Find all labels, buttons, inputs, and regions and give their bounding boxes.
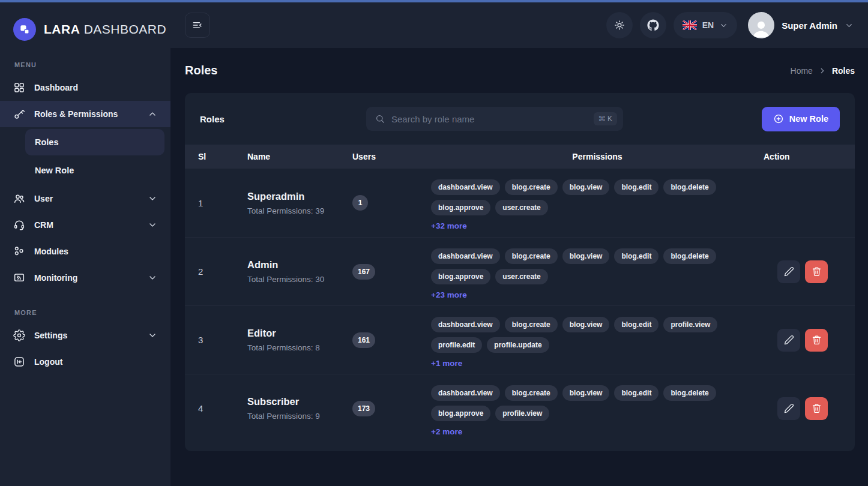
search-input[interactable] xyxy=(391,114,588,124)
more-permissions-link[interactable]: +32 more xyxy=(431,221,467,230)
trash-icon xyxy=(812,335,822,345)
delete-role-button[interactable] xyxy=(805,260,828,283)
row-serial: 3 xyxy=(198,335,247,345)
pencil-icon xyxy=(784,403,794,413)
permission-chip: blog.delete xyxy=(663,179,716,195)
permission-chip: user.create xyxy=(495,200,547,215)
github-button[interactable] xyxy=(640,12,666,38)
submenu: RolesNew Role xyxy=(0,129,170,184)
permission-chip: blog.view xyxy=(562,385,610,401)
row-serial: 1 xyxy=(198,198,247,208)
chevron-down-icon xyxy=(845,21,854,30)
sidebar-item-label: Logout xyxy=(34,357,62,367)
permission-chip: blog.approve xyxy=(431,200,490,215)
table-body: 1 Superadmin Total Permissions: 39 1 das… xyxy=(185,169,855,442)
chevron-down-icon xyxy=(148,194,157,203)
sun-icon xyxy=(613,19,625,31)
sidebar-item-monitoring[interactable]: Monitoring xyxy=(0,265,170,291)
edit-role-button[interactable] xyxy=(777,329,800,352)
table-header: Sl Name Users Permissions Action xyxy=(185,145,855,169)
search-box: ⌘ K xyxy=(366,107,623,131)
sidebar-item-label: CRM xyxy=(34,220,53,230)
chevron-right-icon xyxy=(818,67,827,75)
role-permission-count: Total Permissions: 8 xyxy=(247,343,352,352)
breadcrumb-home-link[interactable]: Home xyxy=(791,66,813,76)
delete-role-button[interactable] xyxy=(805,329,828,352)
breadcrumb-current: Roles xyxy=(832,66,855,76)
language-selector[interactable]: EN xyxy=(674,12,737,38)
dashboard-grid-icon xyxy=(13,82,25,94)
table-row: 2 Admin Total Permissions: 30 167 dashbo… xyxy=(185,237,855,305)
permission-chip: blog.create xyxy=(505,179,558,195)
permission-chip: blog.create xyxy=(505,248,558,264)
permission-chip: dashboard.view xyxy=(431,248,500,264)
permission-chip: blog.edit xyxy=(614,179,659,195)
role-permission-count: Total Permissions: 30 xyxy=(247,275,352,284)
trash-icon xyxy=(812,266,822,277)
more-permissions-link[interactable]: +2 more xyxy=(431,427,462,436)
theme-toggle-button[interactable] xyxy=(606,12,633,38)
sidebar-item-roles-permissions[interactable]: Roles & Permissions xyxy=(0,101,170,127)
submenu-item-new-role[interactable]: New Role xyxy=(25,157,164,184)
permission-chip: blog.delete xyxy=(663,248,716,264)
section-label: MENU xyxy=(0,61,170,74)
row-serial: 4 xyxy=(198,403,247,413)
permission-chip: profile.view xyxy=(495,406,549,421)
users-count-badge: 173 xyxy=(352,401,375,416)
permission-chip: profile.view xyxy=(663,317,717,332)
permission-chip: blog.edit xyxy=(614,317,659,332)
search-icon xyxy=(375,113,385,124)
permission-chip: user.create xyxy=(495,269,547,284)
section-label: MORE xyxy=(0,291,170,322)
permission-chips: dashboard.viewblog.createblog.viewblog.e… xyxy=(431,179,760,215)
more-permissions-link[interactable]: +1 more xyxy=(431,359,462,368)
topbar: EN Super Admin xyxy=(170,2,868,48)
users-icon xyxy=(13,193,25,205)
app-title: LARA DASHBOARD xyxy=(44,22,166,37)
row-actions xyxy=(764,260,842,283)
permission-chip: blog.create xyxy=(505,317,558,332)
table-row: 3 Editor Total Permissions: 8 161 dashbo… xyxy=(185,305,855,374)
sidebar-item-dashboard[interactable]: Dashboard xyxy=(0,74,170,101)
roles-card: Roles ⌘ K New Role xyxy=(185,93,855,451)
sidebar-item-label: Modules xyxy=(34,247,68,256)
permission-chips: dashboard.viewblog.createblog.viewblog.e… xyxy=(431,317,760,353)
keyboard-shortcut-badge: ⌘ K xyxy=(594,112,617,125)
role-name: Admin xyxy=(247,259,352,271)
sidebar-collapse-button[interactable] xyxy=(185,13,210,38)
permission-chip: profile.edit xyxy=(431,337,482,353)
permission-chip: blog.delete xyxy=(663,385,716,401)
sidebar-item-user[interactable]: User xyxy=(0,185,170,212)
logout-icon xyxy=(13,356,25,368)
app-logo[interactable]: LARA DASHBOARD xyxy=(0,2,170,41)
top-accent-bar xyxy=(0,0,868,2)
sidebar-item-modules[interactable]: Modules xyxy=(0,238,170,265)
submenu-item-roles[interactable]: Roles xyxy=(25,129,164,155)
uk-flag-icon xyxy=(683,20,697,30)
chevron-up-icon xyxy=(148,109,157,119)
language-code: EN xyxy=(702,20,714,30)
trash-icon xyxy=(812,403,822,413)
role-name: Superadmin xyxy=(247,191,352,202)
permission-chips: dashboard.viewblog.createblog.viewblog.e… xyxy=(431,385,760,421)
chevron-down-icon xyxy=(148,331,157,340)
chevron-down-icon xyxy=(148,273,157,283)
page-title: Roles xyxy=(185,64,217,77)
new-role-button[interactable]: New Role xyxy=(762,107,840,131)
user-menu[interactable]: Super Admin xyxy=(748,12,854,38)
role-permission-count: Total Permissions: 9 xyxy=(247,412,352,421)
sidebar-item-crm[interactable]: CRM xyxy=(0,212,170,238)
role-permission-count: Total Permissions: 39 xyxy=(247,206,352,215)
edit-role-button[interactable] xyxy=(777,260,800,283)
gear-icon xyxy=(13,329,25,341)
card-title: Roles xyxy=(200,114,366,124)
sidebar-item-settings[interactable]: Settings xyxy=(0,322,170,349)
permission-chip: dashboard.view xyxy=(431,317,500,332)
delete-role-button[interactable] xyxy=(805,397,828,420)
permission-chips: dashboard.viewblog.createblog.viewblog.e… xyxy=(431,248,760,284)
more-permissions-link[interactable]: +23 more xyxy=(431,290,467,299)
sidebar-item-logout[interactable]: Logout xyxy=(0,349,170,375)
permission-chip: blog.view xyxy=(562,179,610,195)
users-count-badge: 167 xyxy=(352,264,375,280)
edit-role-button[interactable] xyxy=(777,397,800,420)
